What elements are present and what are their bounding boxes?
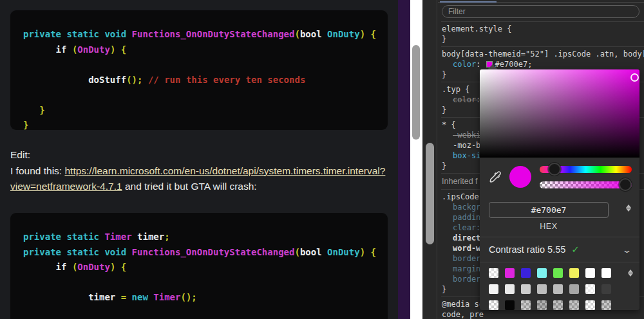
contrast-value: 5.55: [547, 244, 565, 255]
palette-swatch[interactable]: [505, 268, 515, 278]
slider-stack: [540, 166, 632, 188]
code-token: Functions_OnOnDutyStateChanged: [132, 29, 295, 39]
code-token: OnDuty: [322, 247, 360, 257]
page-scrollbar[interactable]: [410, 0, 422, 319]
css-token: * {: [442, 120, 456, 129]
code-token: private static void: [23, 29, 132, 39]
palette-swatch[interactable]: [489, 300, 498, 310]
contrast-pass-check-icon: ✓: [571, 244, 580, 255]
code-token: Functions_OnOnDutyStateChanged: [132, 247, 295, 257]
palette-swatch-color: [521, 268, 531, 278]
code-line: private static void Functions_OnOnDutySt…: [23, 245, 381, 260]
chevron-down-icon: [628, 273, 633, 277]
contrast-expand-chevron-icon[interactable]: ⌄: [621, 245, 632, 255]
code-line: private static Timer timer;: [23, 230, 381, 245]
code-token: [23, 262, 56, 272]
palette-swatch-color: [601, 268, 611, 278]
forum-post-page: private static void Functions_OnOnDutySt…: [0, 0, 398, 319]
palette-swatch[interactable]: [553, 268, 563, 278]
palette-swatch[interactable]: [601, 268, 611, 278]
palette-swatch[interactable]: [537, 284, 547, 294]
css-token: }: [442, 70, 446, 79]
palette-swatch[interactable]: [601, 300, 611, 310]
palette-swatch[interactable]: [569, 284, 579, 294]
palette-swatch[interactable]: [569, 268, 579, 278]
code-token: Timer: [153, 292, 180, 302]
palette-swatch[interactable]: [553, 300, 563, 310]
palette-swatch[interactable]: [489, 268, 498, 278]
code-token: (: [294, 29, 299, 39]
code-token: [23, 75, 88, 85]
palette-swatch-color: [569, 300, 579, 310]
palette-swatch-color: [569, 268, 579, 278]
code-token: ) {: [360, 247, 376, 257]
styles-filter-row: [441, 3, 644, 21]
palette-swatch[interactable]: [553, 284, 563, 294]
palette-swatch-color: [585, 300, 595, 310]
code-line: [23, 275, 381, 291]
format-toggle[interactable]: [626, 205, 631, 212]
css-rule: element.style {}: [441, 21, 644, 46]
palette-swatch-color: [553, 300, 563, 310]
palette-swatch[interactable]: [505, 300, 515, 310]
palette-swatch[interactable]: [505, 284, 515, 294]
palette-swatch[interactable]: [489, 284, 498, 294]
palette-swatch-color: [489, 284, 498, 294]
css-token: margin: [453, 264, 480, 273]
palette-swatch[interactable]: [585, 268, 595, 278]
palette-swatch[interactable]: [601, 284, 611, 294]
palette-swatch-color: [521, 284, 531, 294]
color-selection-ring[interactable]: [630, 73, 639, 82]
styles-filter-input[interactable]: [442, 5, 639, 18]
palette-swatch-color: [601, 284, 611, 294]
css-selector-line: element.style {: [442, 24, 644, 34]
alpha-slider-handle[interactable]: [619, 178, 632, 191]
code-token: }: [23, 120, 28, 130]
palette-swatch[interactable]: [537, 300, 547, 310]
code-token: // run this every ten seconds: [142, 75, 305, 85]
saturation-lightness-field[interactable]: [480, 69, 639, 158]
code-token: OnDuty: [77, 44, 110, 55]
code-token: ) {: [110, 262, 126, 272]
css-token: -moz-b: [453, 141, 480, 150]
palette-row: [489, 300, 630, 310]
palette-swatch[interactable]: [521, 300, 531, 310]
page-scrollbar-thumb[interactable]: [412, 45, 420, 140]
css-token: }: [442, 105, 446, 114]
code-token: Timer: [104, 232, 131, 242]
css-token: paddin: [453, 213, 480, 222]
palette-swatch[interactable]: [585, 300, 595, 310]
palette-swatch[interactable]: [569, 300, 579, 310]
hex-input-row: #e700e7: [480, 196, 639, 218]
current-color-swatch[interactable]: [509, 166, 531, 188]
hue-slider[interactable]: [540, 166, 632, 173]
palette-swatch[interactable]: [585, 284, 595, 294]
styles-scrollbar-thumb[interactable]: [426, 143, 434, 244]
code-block-1: private static void Functions_OnOnDutySt…: [10, 10, 388, 130]
palette-swatch-color: [489, 268, 498, 278]
eyedropper-icon[interactable]: [488, 169, 503, 185]
palette-switcher[interactable]: [628, 269, 633, 277]
palette-swatch-color: [505, 284, 515, 294]
chevron-up-icon: [628, 269, 633, 273]
code-line: [23, 87, 381, 103]
code-token: bool: [300, 247, 322, 257]
palette-swatch-color: [505, 268, 515, 278]
code-token: ) {: [110, 44, 126, 55]
palette-swatch[interactable]: [521, 284, 531, 294]
code-token: =: [121, 292, 132, 302]
css-token: -webki: [453, 131, 480, 140]
palette-swatch[interactable]: [537, 268, 547, 278]
code-token: bool: [300, 29, 322, 39]
css-selector-line: code, pre: [442, 309, 644, 319]
edit-suffix: and tried it but GTA will crash:: [122, 181, 257, 192]
palette-swatch[interactable]: [521, 268, 531, 278]
picker-controls: [480, 158, 639, 196]
css-property-line[interactable]: color: #e700e7;: [442, 59, 644, 69]
alpha-slider[interactable]: [540, 181, 632, 188]
contrast-ratio-row[interactable]: Contrast ratio 5.55 ✓ ⌄: [480, 237, 639, 262]
css-token: code, pre: [442, 310, 484, 319]
hue-slider-handle[interactable]: [548, 163, 561, 176]
css-token: clear:: [453, 223, 480, 232]
hex-value-field[interactable]: #e700e7: [489, 202, 609, 218]
